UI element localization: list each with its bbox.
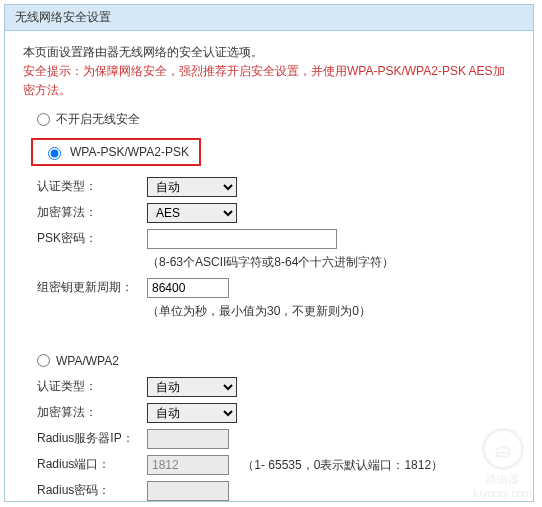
radio-wpa-psk-label: WPA-PSK/WPA2-PSK [70, 145, 189, 159]
wpa-auth-row: 认证类型： 自动 [37, 376, 515, 398]
radio-no-security-row: 不开启无线安全 [37, 111, 515, 128]
panel-title: 无线网络安全设置 [5, 5, 533, 31]
psk-password-label: PSK密码： [37, 230, 147, 247]
radio-wpa[interactable] [37, 354, 50, 367]
radius-ip-row: Radius服务器IP： [37, 428, 515, 450]
psk-groupkey-label: 组密钥更新周期： [37, 279, 147, 296]
radius-pwd-input[interactable] [147, 481, 229, 501]
psk-password-row: PSK密码： [37, 228, 515, 250]
wpa-auth-select[interactable]: 自动 [147, 377, 237, 397]
security-warning-text: 安全提示：为保障网络安全，强烈推荐开启安全设置，并使用WPA-PSK/WPA2-… [23, 62, 515, 100]
radio-no-security-label: 不开启无线安全 [56, 111, 140, 128]
radius-port-input[interactable] [147, 455, 229, 475]
radius-port-row: Radius端口： （1- 65535，0表示默认端口：1812） [37, 454, 515, 476]
radio-wpa-psk[interactable] [48, 147, 61, 160]
intro-text: 本页面设置路由器无线网络的安全认证选项。 [23, 43, 515, 62]
panel-content: 本页面设置路由器无线网络的安全认证选项。 安全提示：为保障网络安全，强烈推荐开启… [5, 31, 533, 507]
radio-wpa-label: WPA/WPA2 [56, 354, 119, 368]
psk-groupkey-row: 组密钥更新周期： [37, 277, 515, 299]
psk-groupkey-hint: （单位为秒，最小值为30，不更新则为0） [147, 303, 515, 320]
wpa-encrypt-label: 加密算法： [37, 404, 147, 421]
psk-auth-row: 认证类型： 自动 [37, 176, 515, 198]
psk-encrypt-row: 加密算法： AES [37, 202, 515, 224]
radius-pwd-row: Radius密码： [37, 480, 515, 502]
psk-groupkey-input[interactable] [147, 278, 229, 298]
wpa-auth-label: 认证类型： [37, 378, 147, 395]
radius-port-hint: （1- 65535，0表示默认端口：1812） [242, 458, 443, 472]
radio-wpa-psk-highlight: WPA-PSK/WPA2-PSK [31, 138, 201, 166]
radio-wpa-row: WPA/WPA2 [37, 354, 515, 368]
wpa-encrypt-select[interactable]: 自动 [147, 403, 237, 423]
radius-ip-label: Radius服务器IP： [37, 430, 147, 447]
psk-auth-select[interactable]: 自动 [147, 177, 237, 197]
psk-password-input[interactable] [147, 229, 337, 249]
radio-no-security[interactable] [37, 113, 50, 126]
psk-encrypt-select[interactable]: AES [147, 203, 237, 223]
radius-ip-input[interactable] [147, 429, 229, 449]
psk-encrypt-label: 加密算法： [37, 204, 147, 221]
panel: 无线网络安全设置 本页面设置路由器无线网络的安全认证选项。 安全提示：为保障网络… [4, 4, 534, 502]
psk-password-hint: （8-63个ASCII码字符或8-64个十六进制字符） [147, 254, 515, 271]
psk-auth-label: 认证类型： [37, 178, 147, 195]
radius-pwd-label: Radius密码： [37, 482, 147, 499]
radius-port-label: Radius端口： [37, 456, 147, 473]
wpa-encrypt-row: 加密算法： 自动 [37, 402, 515, 424]
